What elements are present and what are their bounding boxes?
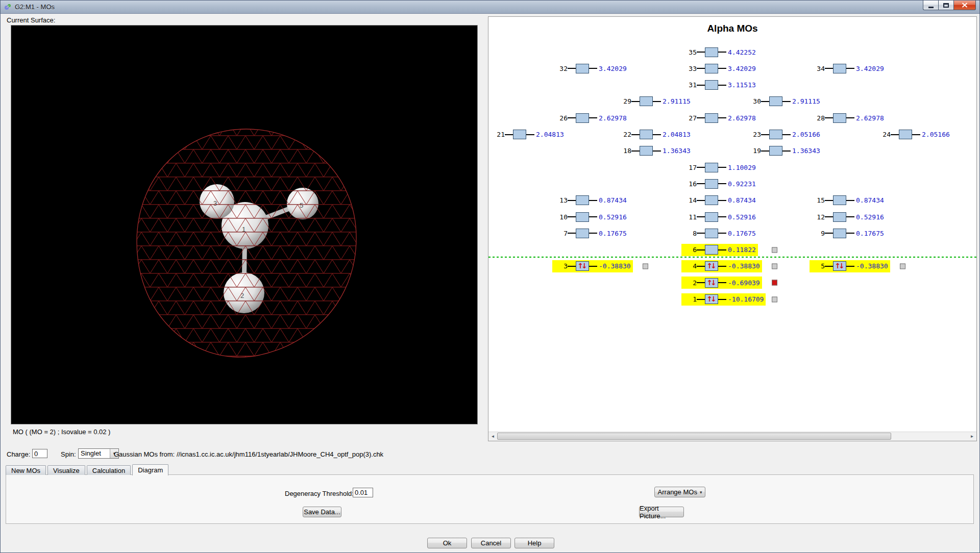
titlebar[interactable]: G2:M1 - MOs [1,1,979,14]
mo-level-1[interactable]: 1↑↓-10.16709 [681,293,766,306]
mo-box[interactable] [833,64,846,73]
mo-level-10[interactable]: 100.52916 [552,211,629,223]
mo-visible-checkbox[interactable] [900,263,905,269]
mo-diagram-panel[interactable]: Alpha MOs 354.42252323.42029333.42029343… [488,16,977,441]
mo-level-8[interactable]: 80.17675 [681,227,758,239]
scrollbar-thumb[interactable] [497,433,891,440]
minimize-button[interactable] [923,1,938,10]
mo-box[interactable] [576,195,589,205]
degeneracy-threshold-input[interactable] [353,488,373,497]
mo-box[interactable] [705,80,718,90]
mo-box[interactable] [769,130,782,139]
mo-box[interactable] [833,212,846,222]
mo-level-19[interactable]: 191.36343 [746,145,822,157]
tab-new-mos[interactable]: New MOs [6,465,46,475]
mo-level-17[interactable]: 171.10029 [681,161,758,173]
mo-box[interactable]: ↑↓ [705,261,718,271]
mo-box[interactable] [576,64,589,73]
mo-level-27[interactable]: 272.62978 [681,112,758,124]
mo-box[interactable] [833,229,846,238]
mo-energy-value: 2.62978 [854,114,884,122]
mo-box[interactable] [576,113,589,123]
mo-box[interactable] [769,96,782,106]
mo-box[interactable] [705,195,718,205]
level-tick [718,117,726,118]
mo-level-7[interactable]: 70.17675 [552,227,629,239]
mo-level-3[interactable]: 3↑↓-0.38830 [552,260,633,272]
mo-box[interactable] [640,146,653,156]
export-picture-button[interactable]: Export Picture... [639,507,684,517]
mo-level-5[interactable]: 5↑↓-0.38830 [810,260,890,272]
scroll-left-icon[interactable]: ◄ [488,432,497,440]
tab-diagram[interactable]: Diagram [132,464,168,475]
mo-box[interactable] [705,245,718,255]
mo-level-6[interactable]: 60.11822 [681,244,758,256]
maximize-button[interactable] [938,1,953,10]
mo-level-2[interactable]: 2↑↓-0.69039 [681,276,762,289]
mo-visible-checkbox[interactable] [772,296,777,302]
spin-select[interactable]: Singlet ▾ [78,448,119,459]
mo-visible-checkbox[interactable] [772,247,777,253]
mo-box[interactable] [705,163,718,172]
mo-box[interactable] [640,130,653,139]
mo-level-9[interactable]: 90.17675 [810,227,886,239]
mo-box[interactable] [513,130,526,139]
mo-visible-checkbox[interactable] [772,280,777,286]
cancel-button[interactable]: Cancel [471,538,511,548]
mo-box[interactable] [576,229,589,238]
mo-level-26[interactable]: 262.62978 [552,112,629,124]
mo-level-30[interactable]: 302.91115 [746,95,822,108]
mo-level-13[interactable]: 130.87434 [552,194,629,207]
mo-level-22[interactable]: 222.04813 [616,129,693,141]
mo-box[interactable] [576,212,589,222]
mo-energy-value: 3.42029 [726,65,756,72]
mo-level-12[interactable]: 120.52916 [810,211,886,223]
mo-box[interactable] [833,113,846,123]
mo-box[interactable] [705,47,718,57]
mo-box[interactable] [769,146,782,156]
charge-input[interactable] [32,449,47,458]
mo-box[interactable] [833,195,846,205]
mo-box[interactable] [705,212,718,222]
mo-level-35[interactable]: 354.42252 [681,46,758,58]
mo-level-33[interactable]: 333.42029 [681,62,758,74]
mo-level-4[interactable]: 4↑↓-0.38830 [681,260,762,272]
mo-box[interactable]: ↑↓ [576,261,589,271]
mo-level-16[interactable]: 160.92231 [681,178,758,190]
help-button[interactable]: Help [514,538,554,548]
mo-box[interactable]: ↑↓ [705,278,718,288]
mo-visible-checkbox[interactable] [772,263,777,269]
mo-box[interactable]: ↑↓ [833,261,846,271]
mo-level-15[interactable]: 150.87434 [810,194,886,207]
mo-visible-checkbox[interactable] [643,263,648,269]
mo-box[interactable] [705,64,718,73]
mo-box[interactable]: ↑↓ [705,294,718,304]
mo-level-21[interactable]: 212.04813 [489,129,566,141]
mo-level-34[interactable]: 343.42029 [810,62,886,74]
mo-level-31[interactable]: 313.11513 [681,79,758,91]
mo-level-14[interactable]: 140.87434 [681,194,758,207]
mo-energy-value: 0.11822 [726,246,756,254]
mo-level-28[interactable]: 282.62978 [810,112,886,124]
mo-level-24[interactable]: 242.05166 [875,129,952,141]
tab-calculation[interactable]: Calculation [87,465,131,475]
mo-level-23[interactable]: 232.05166 [746,129,822,141]
arrange-mos-button[interactable]: Arrange MOs ▾ [654,487,705,497]
tab-visualize[interactable]: Visualize [47,465,85,475]
ok-button[interactable]: Ok [427,538,467,548]
mo-box[interactable] [705,179,718,189]
mo-box[interactable] [705,113,718,123]
horizontal-scrollbar[interactable]: ◄ ► [488,432,976,441]
mo-box[interactable] [640,96,653,106]
mo-level-11[interactable]: 110.52916 [681,211,758,223]
mo-level-18[interactable]: 181.36343 [616,145,693,157]
scroll-right-icon[interactable]: ► [968,432,976,440]
molecule-viewport[interactable]: 1 2 3 5 [11,25,478,424]
mo-box[interactable] [899,130,912,139]
mo-box[interactable] [705,229,718,238]
close-button[interactable] [953,1,976,10]
level-tick [697,282,705,283]
save-data-button[interactable]: Save Data... [303,507,341,517]
mo-level-32[interactable]: 323.42029 [552,62,629,74]
mo-level-29[interactable]: 292.91115 [616,95,693,108]
